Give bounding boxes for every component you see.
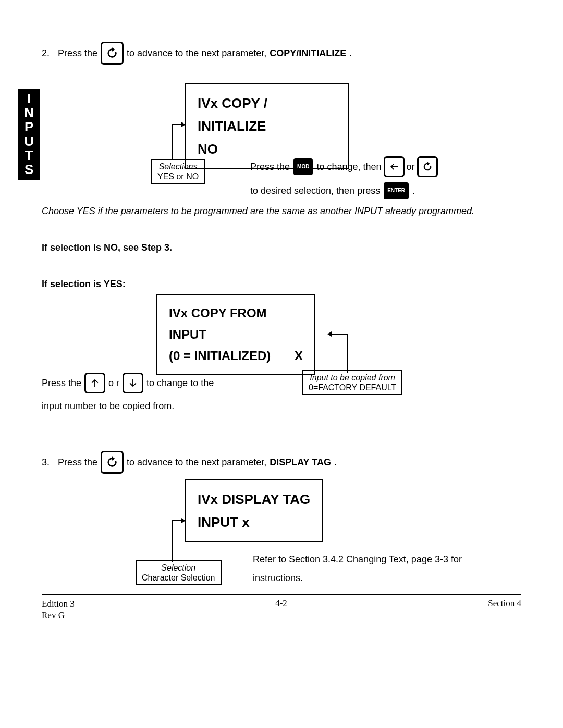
if-no-heading: If selection is NO, see Step 3. <box>42 242 172 253</box>
display-box-copy-from: IVx COPY FROM INPUT (0 = INITIALIZED) X <box>156 294 315 375</box>
diagram-copy-from-input: IVx COPY FROM INPUT (0 = INITIALIZED) X … <box>42 292 521 412</box>
selections-title: Selections <box>157 162 199 171</box>
display-line: (0 = INITIALIZED) <box>169 346 271 367</box>
left-arrow-icon <box>384 156 405 177</box>
step-number: 3. <box>42 457 50 468</box>
text: to advance to the next parameter, <box>127 457 266 468</box>
arrow-line <box>172 124 181 125</box>
arrow-line <box>331 334 347 335</box>
press-up-down-text: Press the o r to change to the input num… <box>42 373 250 415</box>
if-yes-heading: If selection is YES: <box>42 279 126 290</box>
display-line: IVx COPY / INITIALIZE <box>198 92 337 138</box>
mod-button-icon: MOD <box>293 158 313 175</box>
arrow-head-icon <box>181 122 186 127</box>
cycle-icon <box>417 156 438 177</box>
text: Press the <box>58 48 97 59</box>
selection-title: Selection <box>142 563 215 573</box>
arrow-head-icon <box>181 518 186 523</box>
section-tab-inputs: INPUTS <box>18 89 40 180</box>
selections-options: YES or NO <box>157 171 199 181</box>
text: to change to the <box>146 374 214 392</box>
copy-box-title: Input to be copied from <box>309 373 396 382</box>
text: input number to be copied from. <box>42 397 250 415</box>
display-line: IVx DISPLAY TAG <box>198 488 310 511</box>
text: . <box>349 48 352 59</box>
input-to-copy-box: Input to be copied from 0=FACTORY DEFAUL… <box>302 370 402 395</box>
down-arrow-icon <box>123 373 143 393</box>
text: Press the <box>58 457 97 468</box>
param-name: COPY/INITIALIZE <box>270 48 346 59</box>
refer-text: Refer to Section 3.4.2 Changing Text, pa… <box>253 550 482 587</box>
footer-edition: Edition 3 <box>42 598 75 610</box>
arrow-line <box>347 334 348 373</box>
diagram-copy-initialize: IVx COPY / INITIALIZE NO Selections YES … <box>42 83 521 203</box>
mod-instructions: Press the MOD to change, then or to desi… <box>250 156 474 204</box>
copy-box-sub: 0=FACTORY DEFAULT <box>309 382 396 392</box>
cycle-icon <box>101 42 124 65</box>
selections-box: Selections YES or NO <box>151 159 205 184</box>
arrow-line <box>172 520 181 521</box>
footer-page-number: 4-2 <box>275 598 287 621</box>
display-line: IVx COPY FROM INPUT <box>169 303 303 346</box>
enter-button-icon: ENTER <box>384 182 409 199</box>
text: to change, then <box>316 157 381 176</box>
display-value-x: X <box>295 346 303 367</box>
footer-rev: Rev G <box>42 610 75 621</box>
up-arrow-icon <box>84 373 105 393</box>
text: . <box>334 457 337 468</box>
text: . <box>412 181 415 200</box>
footer-section: Section 4 <box>488 598 521 621</box>
step-3-line: 3. Press the to advance to the next para… <box>42 451 521 474</box>
diagram-display-tag: IVx DISPLAY TAG INPUT x Selection Charac… <box>42 479 521 584</box>
text: Press the <box>250 157 290 176</box>
selection-box: Selection Character Selection <box>136 560 222 585</box>
cycle-icon <box>101 451 124 474</box>
choose-yes-note: Choose YES if the parameters to be progr… <box>42 206 521 217</box>
display-box-display-tag: IVx DISPLAY TAG INPUT x <box>185 479 349 542</box>
display-line: INPUT x <box>198 511 310 534</box>
page-footer: Edition 3 Rev G 4-2 Section 4 <box>42 598 521 621</box>
manual-page: INPUTS 2. Press the to advance to the ne… <box>0 0 563 728</box>
text: or <box>407 157 415 176</box>
selection-options: Character Selection <box>142 573 215 583</box>
text: to advance to the next parameter, <box>127 48 266 59</box>
arrow-line <box>172 124 173 159</box>
text: to desired selection, then press <box>250 181 380 200</box>
param-name: DISPLAY TAG <box>270 457 331 468</box>
text: o r <box>108 374 119 392</box>
step-2-line: 2. Press the to advance to the next para… <box>42 42 521 65</box>
text: Press the <box>42 374 81 392</box>
footer-rule <box>42 594 521 595</box>
arrow-line <box>172 520 173 562</box>
step-number: 2. <box>42 48 50 59</box>
